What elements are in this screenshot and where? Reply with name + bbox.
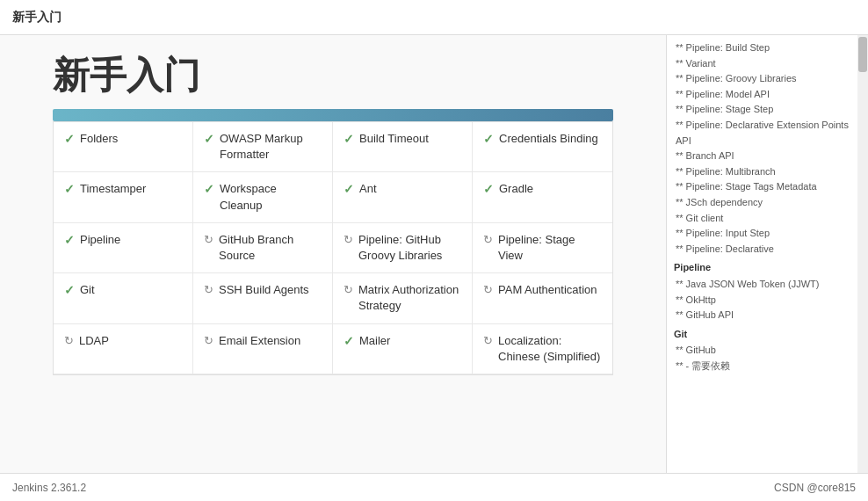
plugin-cell: ✓OWASP Markup Formatter — [193, 122, 333, 172]
plugin-name: SSH Build Agents — [219, 282, 309, 298]
plugin-name: Email Extension — [219, 333, 300, 349]
plugin-name: Timestamper — [80, 181, 146, 197]
check-icon: ✓ — [344, 334, 354, 348]
refresh-icon: ↻ — [344, 283, 353, 296]
bottom-bar: Jenkins 2.361.2 CSDN @core815 — [0, 473, 868, 501]
plugin-name: GitHub Branch Source — [219, 232, 322, 264]
right-panel-item: ** Pipeline: Model API — [674, 87, 849, 103]
right-panel-item: ** Pipeline: Groovy Libraries — [674, 71, 849, 87]
progress-bar — [53, 109, 613, 121]
refresh-icon: ↻ — [344, 233, 353, 246]
plugin-name: Workspace Cleanup — [220, 181, 322, 213]
plugin-cell: ✓Git — [54, 273, 193, 323]
plugin-cell: ✓Gradle — [473, 172, 612, 222]
check-icon: ✓ — [344, 132, 354, 146]
check-icon: ✓ — [204, 182, 214, 196]
content-inner: ✓Folders✓OWASP Markup Formatter✓Build Ti… — [0, 121, 666, 375]
refresh-icon: ↻ — [204, 334, 213, 347]
plugin-cell: ✓Pipeline — [54, 223, 193, 273]
right-section-title: Pipeline — [674, 260, 849, 276]
right-panel-item: ** Variant — [674, 56, 849, 72]
footer-version: Jenkins 2.361.2 — [12, 482, 86, 494]
plugin-name: Ant — [359, 181, 377, 197]
plugin-cell: ↻Pipeline: Stage View — [473, 223, 612, 273]
plugin-name: Mailer — [359, 333, 390, 349]
plugin-cell: ✓Folders — [54, 122, 193, 172]
plugin-cell: ↻GitHub Branch Source — [193, 223, 333, 273]
refresh-icon: ↻ — [64, 334, 74, 347]
right-panel-item: ** GitHub — [674, 343, 849, 359]
plugin-name: Git — [80, 282, 95, 298]
check-icon: ✓ — [483, 132, 494, 146]
right-section-title: Git — [674, 327, 849, 343]
right-panel-item: ** Pipeline: Declarative — [674, 242, 849, 258]
check-icon: ✓ — [64, 283, 75, 297]
plugin-name: Localization: Chinese (Simplified) — [498, 333, 602, 365]
right-panel-item: ** GitHub API — [674, 308, 849, 323]
plugin-name: OWASP Markup Formatter — [220, 131, 322, 163]
plugin-cell: ↻Localization: Chinese (Simplified) — [473, 324, 612, 374]
plugin-cell: ✓Mailer — [333, 324, 473, 374]
plugin-cell: ✓Ant — [333, 172, 473, 222]
plugin-name: Credentials Binding — [499, 131, 598, 147]
right-panel-item: ** Pipeline: Input Step — [674, 226, 849, 242]
refresh-icon: ↻ — [483, 334, 493, 347]
plugin-cell: ✓Build Timeout — [333, 122, 473, 172]
plugin-cell: ✓Credentials Binding — [473, 122, 612, 172]
plugin-name: Folders — [80, 131, 118, 147]
plugin-cell: ↻LDAP — [54, 324, 193, 374]
right-panel-item: ** Branch API — [674, 149, 849, 164]
plugin-name: Gradle — [499, 181, 533, 197]
plugin-cell: ↻SSH Build Agents — [193, 273, 333, 323]
scrollbar-thumb[interactable] — [858, 37, 867, 72]
right-panel-item: ** Pipeline: Multibranch — [674, 164, 849, 180]
check-icon: ✓ — [204, 132, 214, 146]
hero-title: 新手入门 — [53, 51, 613, 100]
plugin-name: Matrix Authorization Strategy — [358, 282, 461, 314]
hero-section: 新手入门 — [0, 35, 666, 121]
plugin-name: Build Timeout — [359, 131, 429, 147]
plugin-cell: ↻Email Extension — [193, 324, 333, 374]
plugin-cell: ↻Pipeline: GitHub Groovy Libraries — [333, 223, 473, 273]
right-panel-item: ** Pipeline: Stage Tags Metadata — [674, 179, 849, 195]
check-icon: ✓ — [344, 182, 354, 196]
right-panel[interactable]: ** Pipeline: Build Step** Variant** Pipe… — [666, 35, 868, 473]
plugin-cell: ✓Timestamper — [54, 172, 193, 222]
right-panel-item: ** OkHttp — [674, 293, 849, 309]
plugin-name: Pipeline — [80, 232, 120, 248]
right-panel-item: ** Pipeline: Declarative Extension Point… — [674, 118, 849, 149]
plugin-name: Pipeline: Stage View — [498, 232, 602, 264]
refresh-icon: ↻ — [483, 233, 493, 246]
plugin-name: Pipeline: GitHub Groovy Libraries — [358, 232, 461, 264]
right-panel-content: ** Pipeline: Build Step** Variant** Pipe… — [674, 40, 861, 374]
right-panel-item: ** - 需要依赖 — [674, 359, 849, 374]
check-icon: ✓ — [64, 233, 75, 247]
refresh-icon: ↻ — [204, 283, 213, 296]
plugins-table: ✓Folders✓OWASP Markup Formatter✓Build Ti… — [53, 121, 613, 375]
top-bar-title: 新手入门 — [12, 10, 61, 25]
refresh-icon: ↻ — [483, 283, 493, 296]
check-icon: ✓ — [64, 182, 75, 196]
plugin-name: LDAP — [79, 333, 109, 349]
plugin-cell: ↻PAM Authentication — [473, 273, 612, 323]
plugin-name: PAM Authentication — [498, 282, 597, 298]
check-icon: ✓ — [483, 182, 494, 196]
right-panel-item: ** Pipeline: Build Step — [674, 40, 849, 56]
top-bar: 新手入门 — [0, 0, 868, 35]
scrollbar[interactable] — [857, 35, 868, 473]
refresh-icon: ↻ — [204, 233, 213, 246]
plugin-cell: ✓Workspace Cleanup — [193, 172, 333, 222]
check-icon: ✓ — [64, 132, 75, 146]
content-area: 新手入门 ✓Folders✓OWASP Markup Formatter✓Bui… — [0, 35, 666, 473]
right-panel-item: ** Git client — [674, 211, 849, 227]
main-area: 新手入门 ✓Folders✓OWASP Markup Formatter✓Bui… — [0, 35, 868, 473]
footer-credit: CSDN @core815 — [774, 482, 856, 494]
right-panel-item: ** Java JSON Web Token (JJWT) — [674, 277, 849, 293]
plugin-cell: ↻Matrix Authorization Strategy — [333, 273, 473, 323]
right-panel-item: ** JSch dependency — [674, 195, 849, 211]
right-panel-item: ** Pipeline: Stage Step — [674, 102, 849, 118]
